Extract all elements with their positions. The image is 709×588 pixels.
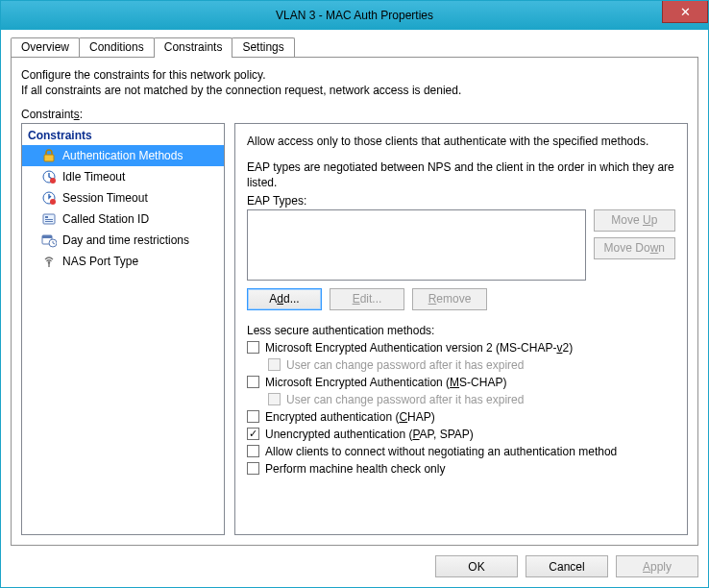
- dialog-buttons: OK Cancel Apply: [11, 546, 698, 577]
- cancel-button[interactable]: Cancel: [526, 555, 608, 577]
- tree-item-session-timeout[interactable]: Session Timeout: [22, 187, 224, 208]
- calendar-clock-icon: [41, 233, 57, 248]
- svg-rect-8: [45, 221, 53, 222]
- svg-rect-6: [45, 216, 48, 218]
- content-row: Constraints Authentication Methods Idle …: [21, 123, 688, 535]
- close-button[interactable]: ✕: [662, 1, 708, 23]
- close-icon: ✕: [680, 5, 691, 19]
- checkbox-row-mschapv2-pwchange: User can change password after it has ex…: [268, 357, 675, 373]
- checkbox-label: Allow clients to connect without negotia…: [265, 444, 617, 459]
- tree-item-authentication-methods[interactable]: Authentication Methods: [22, 145, 224, 166]
- edit-button[interactable]: Edit...: [330, 288, 404, 310]
- checkbox-label: Perform machine health check only: [265, 461, 445, 477]
- titlebar: VLAN 3 - MAC Auth Properties ✕: [1, 1, 708, 30]
- tree-item-called-station-id[interactable]: Called Station ID: [22, 208, 224, 230]
- checkbox-row-chap[interactable]: Encrypted authentication (CHAP): [247, 409, 675, 425]
- checkbox-row-mschap[interactable]: Microsoft Encrypted Authentication (MS-C…: [247, 375, 675, 390]
- checkbox-row-no-negotiation[interactable]: Allow clients to connect without negotia…: [247, 444, 675, 459]
- eap-types-label: EAP Types:: [247, 194, 675, 208]
- checkbox-row-pap[interactable]: Unencrypted authentication (PAP, SPAP): [247, 427, 675, 442]
- tab-label: Conditions: [89, 40, 144, 54]
- tabstrip: Overview Conditions Constraints Settings: [11, 37, 698, 57]
- apply-button[interactable]: Apply: [616, 555, 698, 577]
- move-down-button[interactable]: Move Down: [594, 237, 675, 259]
- checkbox-row-mschapv2[interactable]: Microsoft Encrypted Authentication versi…: [247, 340, 675, 355]
- checkbox-label: User can change password after it has ex…: [286, 357, 524, 373]
- checkbox-label: Microsoft Encrypted Authentication (MS-C…: [265, 375, 506, 390]
- lock-icon: [41, 148, 57, 163]
- eap-types-row: Move Up Move Down: [247, 209, 675, 281]
- tab-conditions[interactable]: Conditions: [79, 37, 155, 57]
- checkbox-label: Encrypted authentication (CHAP): [265, 409, 435, 425]
- checkbox-row-health-check[interactable]: Perform machine health check only: [247, 461, 675, 477]
- checkbox-no-negotiation[interactable]: [247, 445, 259, 457]
- tree-item-label: NAS Port Type: [62, 255, 138, 268]
- checkbox-pap[interactable]: [247, 428, 259, 440]
- eap-edit-buttons: Add... Edit... Remove: [247, 288, 675, 310]
- tab-overview[interactable]: Overview: [11, 37, 80, 57]
- tab-page-constraints: Configure the constraints for this netwo…: [11, 57, 698, 546]
- tree-header: Constraints: [22, 126, 224, 145]
- tree-item-day-time-restrictions[interactable]: Day and time restrictions: [22, 230, 224, 251]
- intro-line: If all constraints are not matched by th…: [21, 83, 688, 98]
- checkbox-mschap[interactable]: [247, 376, 259, 388]
- intro-text: Configure the constraints for this netwo…: [21, 67, 688, 98]
- eap-order-note: EAP types are negotiated between NPS and…: [247, 159, 675, 190]
- svg-point-4: [50, 199, 56, 205]
- client-area: Overview Conditions Constraints Settings…: [1, 30, 708, 587]
- tab-label: Settings: [242, 40, 283, 54]
- checkbox-mschapv2-pwchange: [268, 358, 281, 371]
- svg-rect-0: [44, 155, 54, 161]
- panel-description: Allow access only to those clients that …: [247, 134, 675, 149]
- svg-point-12: [48, 262, 50, 264]
- checkbox-health-check[interactable]: [247, 462, 259, 475]
- tree-item-label: Day and time restrictions: [62, 233, 189, 247]
- tab-label: Overview: [21, 40, 69, 54]
- station-id-icon: [41, 211, 57, 227]
- checkbox-chap[interactable]: [247, 410, 259, 423]
- tree-item-label: Session Timeout: [62, 191, 148, 205]
- session-timeout-icon: [41, 190, 57, 206]
- tab-constraints[interactable]: Constraints: [154, 37, 233, 58]
- checkbox-mschapv2[interactable]: [247, 341, 259, 354]
- nas-port-icon: [41, 254, 57, 269]
- svg-rect-7: [45, 219, 53, 220]
- move-up-button[interactable]: Move Up: [594, 209, 675, 232]
- constraints-tree[interactable]: Constraints Authentication Methods Idle …: [21, 123, 225, 535]
- ok-button[interactable]: OK: [435, 555, 518, 577]
- svg-rect-10: [42, 235, 52, 238]
- checkbox-mschap-pwchange: [268, 393, 281, 405]
- tab-label: Constraints: [164, 40, 223, 54]
- window-title: VLAN 3 - MAC Auth Properties: [1, 9, 708, 22]
- tab-settings[interactable]: Settings: [232, 37, 294, 57]
- remove-button[interactable]: Remove: [412, 288, 487, 310]
- constraints-label: Constraints:: [21, 108, 688, 121]
- dialog-window: VLAN 3 - MAC Auth Properties ✕ Overview …: [0, 0, 709, 588]
- checkbox-label: Unencrypted authentication (PAP, SPAP): [265, 427, 474, 442]
- auth-methods-panel: Allow access only to those clients that …: [234, 123, 688, 535]
- svg-point-2: [50, 178, 56, 184]
- eap-move-buttons: Move Up Move Down: [594, 209, 675, 281]
- tree-item-nas-port-type[interactable]: NAS Port Type: [22, 251, 224, 272]
- tree-item-idle-timeout[interactable]: Idle Timeout: [22, 166, 224, 187]
- less-secure-label: Less secure authentication methods:: [247, 324, 675, 337]
- checkbox-label: User can change password after it has ex…: [286, 392, 524, 407]
- tree-item-label: Called Station ID: [62, 212, 149, 226]
- tree-item-label: Authentication Methods: [62, 149, 183, 162]
- checkbox-row-mschap-pwchange: User can change password after it has ex…: [268, 392, 675, 407]
- tree-item-label: Idle Timeout: [62, 170, 125, 184]
- add-button[interactable]: Add...: [247, 288, 322, 310]
- checkbox-label: Microsoft Encrypted Authentication versi…: [265, 340, 573, 355]
- idle-timeout-icon: [41, 169, 57, 184]
- eap-types-listbox[interactable]: [247, 209, 586, 281]
- less-secure-section: Less secure authentication methods: Micr…: [247, 324, 675, 477]
- intro-line: Configure the constraints for this netwo…: [21, 67, 688, 83]
